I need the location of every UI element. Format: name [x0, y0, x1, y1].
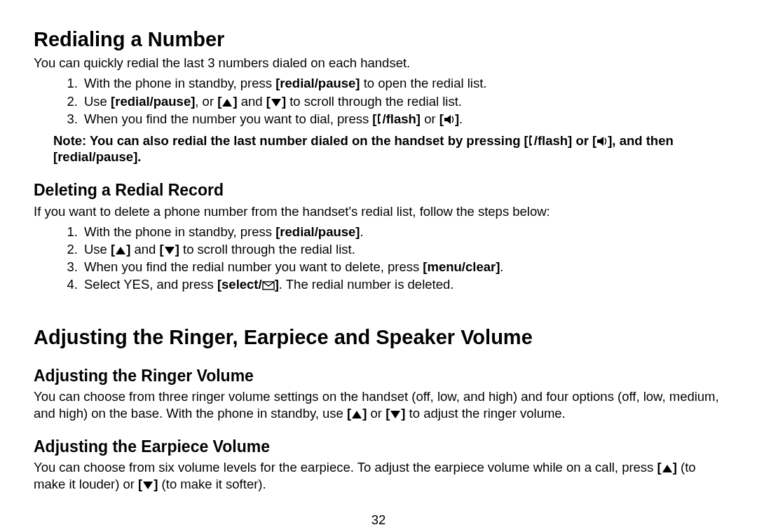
- heading-earpiece-volume: Adjusting the Earpiece Volume: [34, 437, 723, 457]
- svg-marker-1: [271, 99, 281, 107]
- key-down: []: [266, 94, 286, 109]
- key-select: [select/]: [217, 277, 279, 292]
- up-arrow-icon: [662, 464, 673, 473]
- speaker-icon: [596, 136, 608, 146]
- step-text: When you find the redial number you want…: [84, 259, 423, 274]
- page-number: 32: [34, 512, 723, 528]
- heading-deleting: Deleting a Redial Record: [34, 180, 723, 200]
- steps-deleting: With the phone in standby, press [redial…: [34, 224, 723, 293]
- list-item: Select YES, and press [select/]. The red…: [81, 276, 723, 292]
- list-item: When you find the number you want to dia…: [81, 111, 723, 127]
- body-text: You can choose from six volume levels fo…: [34, 460, 657, 475]
- up-arrow-icon: [351, 410, 362, 419]
- step-text: .: [360, 224, 364, 239]
- list-item: Use [redial/pause], or [] and [] to scro…: [81, 93, 723, 109]
- svg-marker-8: [390, 411, 400, 418]
- envelope-icon: [262, 281, 275, 290]
- key-label: [redial/pause]: [111, 94, 195, 109]
- up-arrow-icon: [115, 246, 126, 255]
- down-arrow-icon: [164, 246, 175, 255]
- note-text: Note: You can also redial the last numbe…: [53, 133, 674, 164]
- svg-marker-3: [597, 137, 603, 146]
- svg-marker-0: [222, 99, 232, 107]
- svg-marker-7: [352, 411, 362, 418]
- step-text: With the phone in standby, press: [84, 76, 275, 90]
- body-text: to adjust the ringer volume.: [405, 406, 565, 421]
- step-text: and: [238, 94, 266, 109]
- step-text: When you find the number you want to dia…: [84, 111, 372, 126]
- intro-deleting: If you want to delete a phone number fro…: [34, 203, 723, 219]
- step-text: Use: [84, 242, 111, 257]
- step-text: Use: [84, 94, 111, 109]
- svg-marker-9: [662, 465, 672, 472]
- svg-marker-5: [165, 247, 175, 254]
- step-text: , or: [195, 94, 217, 109]
- heading-ringer-volume: Adjusting the Ringer Volume: [34, 366, 723, 386]
- key-up: []: [111, 242, 130, 257]
- heading-redialing: Redialing a Number: [34, 27, 723, 52]
- key-up: []: [347, 406, 367, 421]
- svg-marker-4: [116, 247, 125, 254]
- key-up: []: [657, 460, 677, 475]
- step-text: .: [500, 259, 503, 274]
- down-arrow-icon: [142, 481, 154, 490]
- down-arrow-icon: [390, 410, 401, 419]
- key-speaker: []: [439, 111, 459, 126]
- intro-redialing: You can quickly redial the last 3 number…: [34, 55, 723, 71]
- step-text: to open the redial list.: [360, 76, 487, 90]
- phone-icon: [377, 113, 383, 125]
- body-earpiece-volume: You can choose from six volume levels fo…: [34, 459, 723, 491]
- key-label: [redial/pause]: [275, 76, 360, 90]
- phone-icon: [528, 135, 534, 146]
- note-redialing: Note: You can also redial the last numbe…: [53, 132, 723, 165]
- up-arrow-icon: [221, 98, 233, 107]
- body-text: (to make it softer).: [158, 477, 266, 491]
- step-text: With the phone in standby, press: [84, 224, 275, 239]
- svg-marker-10: [143, 482, 153, 489]
- key-down: []: [138, 477, 158, 491]
- list-item: With the phone in standby, press [redial…: [81, 224, 723, 240]
- key-down: []: [160, 242, 179, 257]
- key-up: []: [217, 94, 237, 109]
- key-label: [redial/pause]: [275, 224, 360, 239]
- key-label: [menu/clear]: [423, 259, 500, 274]
- list-item: When you find the redial number you want…: [81, 259, 723, 275]
- heading-adjusting: Adjusting the Ringer, Earpiece and Speak…: [34, 325, 723, 350]
- step-text: .: [459, 111, 463, 126]
- down-arrow-icon: [271, 98, 282, 107]
- svg-marker-2: [444, 115, 451, 124]
- step-text: and: [130, 242, 159, 257]
- body-ringer-volume: You can choose from three ringer volume …: [34, 388, 723, 421]
- list-item: With the phone in standby, press [redial…: [81, 75, 723, 91]
- key-down: []: [386, 406, 405, 421]
- step-text: . The redial number is deleted.: [279, 277, 454, 292]
- step-text: to scroll through the redial list.: [286, 94, 462, 109]
- step-text: Select YES, and press: [84, 277, 217, 292]
- step-text: or: [421, 111, 439, 126]
- step-text: to scroll through the redial list.: [179, 242, 355, 257]
- body-text: or: [367, 406, 386, 421]
- speaker-icon: [444, 114, 455, 125]
- key-flash: [/flash]: [372, 111, 421, 126]
- list-item: Use [] and [] to scroll through the redi…: [81, 241, 723, 257]
- steps-redialing: With the phone in standby, press [redial…: [34, 75, 723, 126]
